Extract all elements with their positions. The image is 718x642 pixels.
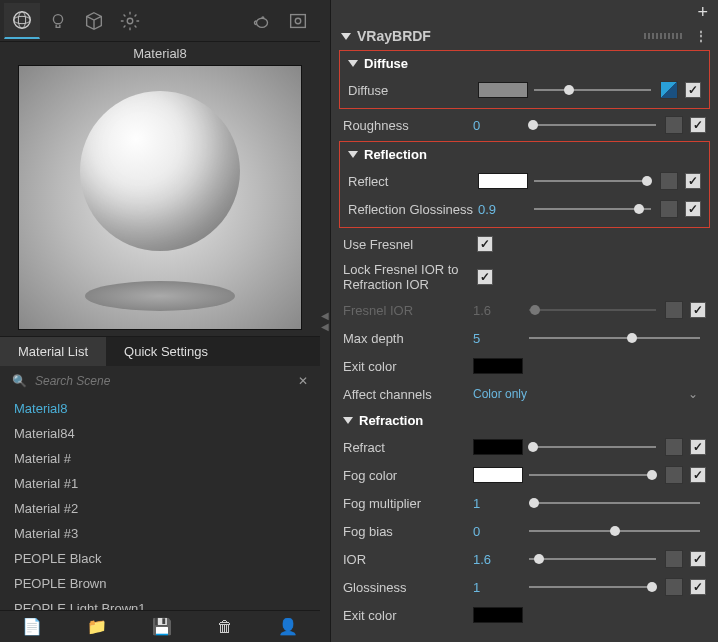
diffuse-swatch[interactable] (478, 82, 528, 98)
fog-color-slider[interactable] (529, 466, 656, 484)
ior-slider[interactable] (529, 550, 656, 568)
diffuse-header[interactable]: Diffuse (340, 51, 709, 76)
left-panel: Material8 Material List Quick Settings 🔍… (0, 0, 320, 642)
material-list[interactable]: Material8 Material84 Material # Material… (0, 396, 320, 610)
new-icon[interactable]: 📄 (22, 617, 42, 636)
diffuse-slider[interactable] (534, 81, 651, 99)
roughness-checkbox[interactable] (690, 117, 706, 133)
ior-value[interactable]: 1.6 (473, 552, 523, 567)
refract-swatch[interactable] (473, 439, 523, 455)
texture-icon[interactable] (665, 550, 683, 568)
refl-gloss-checkbox[interactable] (685, 201, 701, 217)
fog-mult-slider[interactable] (529, 494, 700, 512)
max-depth-slider[interactable] (529, 329, 700, 347)
cube-icon[interactable] (76, 3, 112, 39)
chevron-down-icon[interactable] (341, 33, 351, 40)
reflect-checkbox[interactable] (685, 173, 701, 189)
save-icon[interactable]: 💾 (152, 617, 172, 636)
list-item[interactable]: PEOPLE Light Brown1 (0, 596, 320, 610)
chevron-down-icon: ⌄ (688, 387, 698, 401)
search-icon[interactable]: 🔍 (8, 374, 31, 388)
fog-mult-value[interactable]: 1 (473, 496, 523, 511)
fog-bias-slider[interactable] (529, 522, 700, 540)
glossiness-checkbox[interactable] (690, 579, 706, 595)
max-depth-value[interactable]: 5 (473, 331, 523, 346)
search-input[interactable] (31, 370, 294, 392)
render-icon[interactable] (280, 3, 316, 39)
properties-panel[interactable]: Diffuse Diffuse Roughness 0 Reflection R… (331, 48, 718, 642)
add-icon[interactable]: + (697, 2, 708, 23)
glossiness-slider[interactable] (529, 578, 656, 596)
chevron-down-icon (343, 417, 353, 424)
max-depth-label: Max depth (343, 331, 473, 346)
reflection-group-highlight: Reflection Reflect Reflection Glossiness… (339, 141, 710, 228)
tabs: Material List Quick Settings (0, 336, 320, 366)
exit-color-swatch[interactable] (473, 358, 523, 374)
refl-gloss-value[interactable]: 0.9 (478, 202, 528, 217)
texture-icon[interactable] (665, 438, 683, 456)
use-fresnel-checkbox[interactable] (477, 236, 493, 252)
fog-bias-value[interactable]: 0 (473, 524, 523, 539)
delete-icon[interactable]: 🗑 (217, 618, 233, 636)
lock-fresnel-checkbox[interactable] (477, 269, 493, 285)
glossiness-value[interactable]: 1 (473, 580, 523, 595)
clear-search-icon[interactable]: ✕ (294, 374, 312, 388)
texture-icon[interactable] (660, 81, 678, 99)
texture-icon[interactable] (660, 200, 678, 218)
lock-fresnel-label: Lock Fresnel IOR to Refraction IOR (343, 262, 473, 292)
refract-checkbox[interactable] (690, 439, 706, 455)
list-item[interactable]: Material # (0, 446, 320, 471)
reflect-swatch[interactable] (478, 173, 528, 189)
list-item[interactable]: Material #1 (0, 471, 320, 496)
shader-header: VRayBRDF ⋮ (331, 24, 718, 48)
diffuse-checkbox[interactable] (685, 82, 701, 98)
fog-color-checkbox[interactable] (690, 467, 706, 483)
exit-color2-label: Exit color (343, 608, 473, 623)
fresnel-ior-checkbox[interactable] (690, 302, 706, 318)
menu-icon[interactable]: ⋮ (694, 28, 708, 44)
affect-channels-dropdown[interactable]: Color only⌄ (473, 387, 706, 401)
svg-point-2 (18, 12, 25, 29)
reflect-label: Reflect (348, 174, 478, 189)
svg-point-3 (53, 14, 62, 23)
svg-rect-6 (291, 14, 306, 27)
texture-icon[interactable] (665, 116, 683, 134)
splitter[interactable]: ◀◀ (320, 0, 330, 642)
list-item[interactable]: Material #2 (0, 496, 320, 521)
texture-icon[interactable] (665, 578, 683, 596)
gear-icon[interactable] (112, 3, 148, 39)
material-preview (18, 65, 302, 330)
fog-mult-label: Fog multiplier (343, 496, 473, 511)
bulb-icon[interactable] (40, 3, 76, 39)
refract-slider[interactable] (529, 438, 656, 456)
roughness-slider[interactable] (529, 116, 656, 134)
material-title: Material8 (0, 42, 320, 65)
right-header: + (331, 0, 718, 24)
fog-bias-label: Fog bias (343, 524, 473, 539)
list-item[interactable]: PEOPLE Brown (0, 571, 320, 596)
list-item[interactable]: Material8 (0, 396, 320, 421)
roughness-value[interactable]: 0 (473, 118, 523, 133)
tab-material-list[interactable]: Material List (0, 337, 106, 366)
open-icon[interactable]: 📁 (87, 617, 107, 636)
list-item[interactable]: Material84 (0, 421, 320, 446)
ior-checkbox[interactable] (690, 551, 706, 567)
user-icon[interactable]: 👤 (278, 617, 298, 636)
right-panel: + VRayBRDF ⋮ Diffuse Diffuse Roughness 0 (330, 0, 718, 642)
texture-icon[interactable] (660, 172, 678, 190)
teapot-icon[interactable] (244, 3, 280, 39)
fog-color-swatch[interactable] (473, 467, 523, 483)
drag-handle-icon[interactable] (644, 33, 684, 39)
search-row: 🔍 ✕ (0, 366, 320, 396)
list-item[interactable]: PEOPLE Black (0, 546, 320, 571)
texture-icon[interactable] (665, 301, 683, 319)
list-item[interactable]: Material #3 (0, 521, 320, 546)
refraction-header[interactable]: Refraction (335, 408, 714, 433)
reflection-header[interactable]: Reflection (340, 142, 709, 167)
tab-quick-settings[interactable]: Quick Settings (106, 337, 226, 366)
exit-color2-swatch[interactable] (473, 607, 523, 623)
reflect-slider[interactable] (534, 172, 651, 190)
refl-gloss-slider[interactable] (534, 200, 651, 218)
texture-icon[interactable] (665, 466, 683, 484)
sphere-icon[interactable] (4, 3, 40, 39)
